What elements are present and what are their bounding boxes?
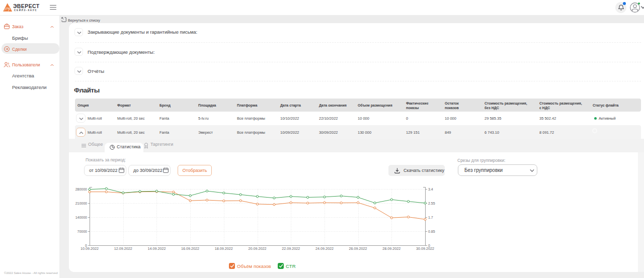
svg-text:28.09.2022: 28.09.2022 (382, 246, 400, 251)
svg-text:2.55: 2.55 (428, 202, 435, 205)
svg-text:280000: 280000 (75, 188, 87, 191)
svg-text:210000: 210000 (75, 202, 87, 205)
svg-text:30.09.2022: 30.09.2022 (416, 246, 434, 251)
svg-text:140000: 140000 (75, 216, 87, 219)
svg-text:3.4: 3.4 (428, 188, 433, 191)
svg-text:16.09.2022: 16.09.2022 (181, 246, 199, 251)
svg-text:12.09.2022: 12.09.2022 (114, 246, 132, 251)
svg-text:18.09.2022: 18.09.2022 (215, 246, 233, 251)
svg-text:1.7: 1.7 (428, 216, 433, 219)
svg-text:24.09.2022: 24.09.2022 (315, 246, 334, 251)
svg-text:20.09.2022: 20.09.2022 (249, 246, 267, 251)
svg-text:10.09.2022: 10.09.2022 (80, 246, 99, 251)
svg-text:70000: 70000 (77, 230, 88, 233)
svg-text:14.09.2022: 14.09.2022 (147, 246, 166, 251)
svg-text:26.09.2022: 26.09.2022 (349, 246, 367, 251)
svg-text:0.85: 0.85 (428, 230, 435, 233)
svg-text:22.09.2022: 22.09.2022 (282, 246, 300, 251)
